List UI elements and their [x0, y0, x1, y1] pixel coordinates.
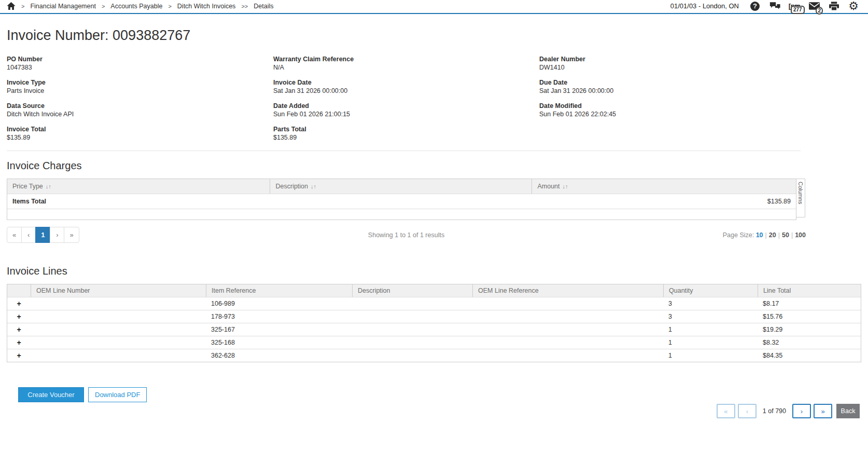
invoice-details-page: Invoice Number: 0093882767 PO Number 104… — [0, 28, 868, 418]
field-value: $135.89 — [7, 133, 273, 142]
lines-header-oem-line-number: OEM Line Number — [31, 284, 206, 297]
item-reference-cell: 325-167 — [206, 323, 352, 336]
line-total-cell: $8.17 — [758, 297, 861, 310]
column-label: Amount — [537, 183, 559, 190]
last-page-button[interactable]: » — [64, 227, 79, 243]
field-label: Warranty Claim Reference — [273, 55, 539, 63]
breadcrumb-separator: > — [168, 3, 171, 9]
description-cell — [352, 323, 472, 336]
charges-pager: « ‹ 1 › » — [7, 227, 79, 243]
page-title: Invoice Number: 0093882767 — [7, 28, 861, 44]
charges-header-amount[interactable]: Amount↓↑ — [531, 179, 796, 194]
lines-header-description: Description — [352, 284, 472, 297]
lines-header-row: OEM Line Number Item Reference Descripti… — [7, 284, 861, 297]
charges-header-price-type[interactable]: Price Type↓↑ — [7, 179, 270, 194]
first-page-button[interactable]: « — [7, 227, 22, 243]
help-icon[interactable]: ? — [749, 0, 761, 12]
expand-row-button[interactable]: + — [7, 336, 31, 349]
price-type-cell: Items Total — [7, 194, 270, 209]
pm-counter-icon[interactable]: [pm 277 — [788, 0, 801, 12]
field-label: Parts Total — [273, 125, 539, 133]
field-value: Sat Jan 31 2026 00:00:00 — [539, 87, 861, 95]
page-size-option-20[interactable]: 20 — [769, 231, 776, 239]
field-label: Invoice Date — [273, 78, 539, 87]
home-icon[interactable] — [7, 2, 16, 10]
table-row: + 362-628 1 $84.35 — [7, 349, 861, 362]
page-size-option-10[interactable]: 10 — [756, 231, 763, 239]
field-parts-total: Parts Total $135.89 — [273, 125, 539, 142]
mail-count-badge: 2 — [816, 7, 823, 15]
line-total-cell: $84.35 — [758, 349, 861, 362]
oem-line-number-cell — [31, 297, 206, 310]
field-label: Date Added — [273, 102, 539, 110]
lines-header-oem-line-reference: OEM Line Reference — [472, 284, 663, 297]
expand-row-button[interactable]: + — [7, 349, 31, 362]
printer-icon[interactable] — [828, 0, 840, 12]
column-label: Description — [275, 183, 308, 190]
gear-icon[interactable]: ⚙ — [847, 0, 860, 12]
lines-header-item-reference: Item Reference — [206, 284, 352, 297]
page-1-button[interactable]: 1 — [35, 227, 50, 243]
expand-row-button[interactable]: + — [7, 297, 31, 310]
columns-tab[interactable]: Columns — [796, 179, 805, 217]
chat-icon[interactable] — [768, 0, 781, 12]
table-row: + 106-989 3 $8.17 — [7, 297, 861, 310]
table-row: + 325-168 1 $8.32 — [7, 336, 861, 349]
mail-icon[interactable]: 2 — [808, 0, 820, 12]
field-value: Parts Invoice — [7, 87, 273, 95]
charges-header-description[interactable]: Description↓↑ — [270, 179, 531, 194]
quantity-cell: 3 — [663, 310, 758, 323]
field-label: Data Source — [7, 102, 273, 110]
breadcrumb-current: Details — [254, 3, 273, 10]
oem-line-number-cell — [31, 323, 206, 336]
field-value: DW1410 — [539, 63, 861, 72]
line-total-cell: $19.29 — [758, 323, 861, 336]
expand-row-button[interactable]: + — [7, 310, 31, 323]
lines-header-expand — [7, 284, 31, 297]
empty-table-row — [7, 209, 796, 220]
last-record-button[interactable]: » — [814, 404, 832, 418]
page-size-option-100[interactable]: 100 — [795, 231, 806, 239]
topbar: > Financial Management > Accounts Payabl… — [0, 0, 868, 14]
breadcrumb-link-ditch-witch-invoices[interactable]: Ditch Witch Invoices — [177, 3, 236, 10]
field-warranty-claim-reference: Warranty Claim Reference N/A — [273, 55, 539, 72]
page-size-label: Page Size: — [723, 231, 754, 239]
item-reference-cell: 325-168 — [206, 336, 352, 349]
lines-header-quantity: Quantity — [663, 284, 758, 297]
field-invoice-type: Invoice Type Parts Invoice — [7, 78, 273, 95]
description-cell — [352, 349, 472, 362]
previous-page-button[interactable]: ‹ — [21, 227, 36, 243]
table-row: Items Total $135.89 — [7, 194, 796, 209]
invoice-charges-title: Invoice Charges — [7, 160, 861, 172]
download-pdf-button[interactable]: Download PDF — [88, 387, 147, 402]
description-cell — [352, 336, 472, 349]
previous-record-button[interactable]: ‹ — [738, 404, 757, 418]
line-total-cell: $15.76 — [758, 310, 861, 323]
gear-glyph: ⚙ — [848, 1, 859, 12]
page-size-pipe: | — [778, 231, 780, 239]
first-record-button[interactable]: « — [717, 404, 735, 418]
create-voucher-button[interactable]: Create Voucher — [18, 387, 84, 402]
charges-pagination-row: Showing 1 to 1 of 1 results « ‹ 1 › » Pa… — [7, 227, 806, 243]
quantity-cell: 1 — [663, 336, 758, 349]
oem-line-reference-cell — [472, 349, 663, 362]
field-label: Dealer Number — [539, 55, 861, 63]
amount-cell: $135.89 — [531, 194, 796, 209]
help-glyph: ? — [750, 2, 760, 11]
description-cell — [352, 297, 472, 310]
back-button[interactable]: Back — [836, 404, 860, 418]
breadcrumb: > Financial Management > Accounts Payabl… — [7, 2, 273, 10]
sort-icon: ↓↑ — [563, 183, 568, 189]
field-value: 1047383 — [7, 63, 273, 72]
breadcrumb-link-financial-management[interactable]: Financial Management — [30, 3, 95, 10]
expand-row-button[interactable]: + — [7, 323, 31, 336]
breadcrumb-link-accounts-payable[interactable]: Accounts Payable — [110, 3, 162, 10]
next-page-button[interactable]: › — [50, 227, 64, 243]
next-record-button[interactable]: › — [792, 404, 811, 418]
oem-line-reference-cell — [472, 310, 663, 323]
field-date-added: Date Added Sun Feb 01 2026 21:00:15 — [273, 102, 539, 118]
page-size-option-50[interactable]: 50 — [782, 231, 789, 239]
footer-actions: Create Voucher Download PDF — [7, 387, 861, 402]
invoice-summary-fields: PO Number 1047383 Warranty Claim Referen… — [7, 55, 861, 142]
results-summary: Showing 1 to 1 of 1 results — [7, 231, 806, 239]
